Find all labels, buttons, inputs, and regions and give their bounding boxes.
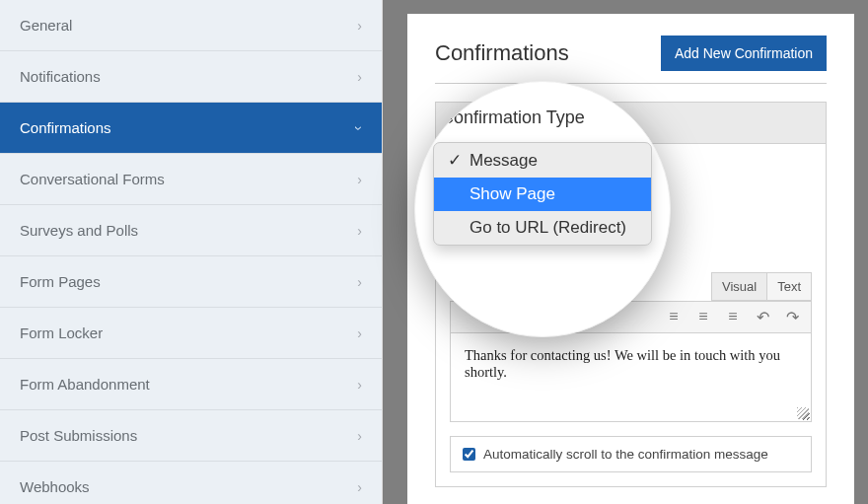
sidebar-item-form-locker[interactable]: Form Locker ›: [0, 308, 382, 359]
magnifier-callout: Confirmation Type ✓ Message Show Page Go…: [414, 81, 671, 337]
sidebar-item-label: Notifications: [20, 68, 101, 85]
chevron-right-icon: ›: [357, 377, 362, 393]
sidebar-item-confirmations[interactable]: Confirmations ›: [0, 103, 382, 154]
confirmation-message-editor[interactable]: Thanks for contacting us! We will be in …: [450, 333, 812, 422]
editor-content: Thanks for contacting us! We will be in …: [465, 347, 780, 380]
chevron-right-icon: ›: [357, 18, 362, 34]
confirmation-type-label: Confirmation Type: [441, 108, 652, 128]
sidebar-item-label: General: [20, 17, 72, 34]
add-new-confirmation-button[interactable]: Add New Confirmation: [661, 36, 827, 71]
sidebar-item-post-submissions[interactable]: Post Submissions ›: [0, 410, 382, 462]
auto-scroll-checkbox-row[interactable]: Automatically scroll to the confirmation…: [450, 436, 812, 472]
chevron-right-icon: ›: [357, 69, 362, 85]
resize-handle-icon[interactable]: [797, 407, 809, 419]
sidebar-item-surveys-polls[interactable]: Surveys and Polls ›: [0, 205, 382, 256]
auto-scroll-checkbox[interactable]: [463, 448, 475, 461]
dropdown-option-show-page[interactable]: Show Page: [434, 178, 651, 211]
sidebar-item-label: Form Abandonment: [20, 376, 150, 393]
redo-icon[interactable]: ↷: [783, 308, 801, 326]
check-icon: ✓: [448, 150, 462, 171]
undo-icon[interactable]: ↶: [754, 308, 771, 326]
chevron-right-icon: ›: [357, 223, 362, 239]
dropdown-option-message[interactable]: ✓ Message: [434, 143, 651, 178]
panel-header: Confirmations Add New Confirmation: [435, 36, 827, 84]
sidebar-item-general[interactable]: General ›: [0, 0, 382, 51]
sidebar-item-conversational-forms[interactable]: Conversational Forms ›: [0, 154, 382, 205]
align-right-icon[interactable]: ≡: [724, 308, 742, 326]
sidebar-item-label: Webhooks: [20, 478, 90, 495]
page-title: Confirmations: [435, 40, 569, 66]
settings-sidebar: General › Notifications › Confirmations …: [0, 0, 383, 504]
dropdown-option-label: Show Page: [470, 184, 555, 204]
sidebar-item-label: Conversational Forms: [20, 171, 165, 187]
sidebar-item-label: Form Pages: [20, 273, 101, 290]
checkbox-label: Automatically scroll to the confirmation…: [483, 447, 768, 462]
sidebar-item-label: Confirmations: [20, 119, 111, 136]
sidebar-item-form-pages[interactable]: Form Pages ›: [0, 256, 382, 308]
tab-visual[interactable]: Visual: [711, 272, 766, 301]
sidebar-item-label: Post Submissions: [20, 427, 137, 444]
dropdown-option-label: Message: [470, 151, 538, 171]
sidebar-item-label: Surveys and Polls: [20, 222, 138, 239]
align-center-icon[interactable]: ≡: [694, 308, 712, 326]
sidebar-item-label: Form Locker: [20, 324, 103, 341]
align-left-icon[interactable]: ≡: [665, 308, 683, 326]
chevron-right-icon: ›: [357, 479, 362, 495]
main-content: Confirmations Add New Confirmation Def V…: [383, 0, 868, 504]
confirmations-panel: Confirmations Add New Confirmation Def V…: [407, 14, 854, 504]
chevron-right-icon: ›: [357, 274, 362, 290]
tab-text[interactable]: Text: [766, 272, 812, 301]
chevron-right-icon: ›: [357, 325, 362, 341]
chevron-right-icon: ›: [357, 172, 362, 187]
dropdown-option-redirect[interactable]: Go to URL (Redirect): [434, 211, 651, 245]
chevron-down-icon: ›: [352, 125, 368, 130]
dropdown-option-label: Go to URL (Redirect): [470, 218, 626, 238]
confirmation-type-dropdown[interactable]: ✓ Message Show Page Go to URL (Redirect): [433, 142, 652, 246]
chevron-right-icon: ›: [357, 428, 362, 444]
sidebar-item-form-abandonment[interactable]: Form Abandonment ›: [0, 359, 382, 410]
sidebar-item-webhooks[interactable]: Webhooks ›: [0, 462, 382, 504]
sidebar-item-notifications[interactable]: Notifications ›: [0, 51, 382, 103]
